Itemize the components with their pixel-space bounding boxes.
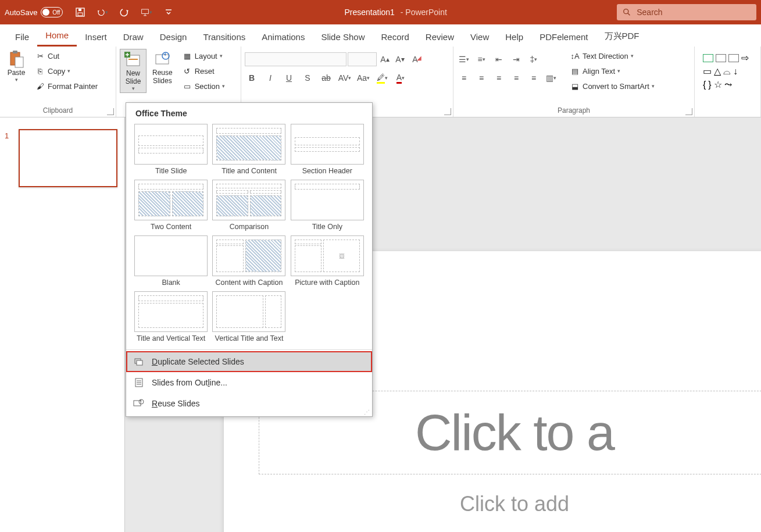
layout-two-content[interactable]: Two Content [134,180,208,231]
underline-icon[interactable]: U [282,71,296,85]
format-painter-button[interactable]: 🖌Format Painter [31,79,101,93]
highlight-icon[interactable]: 🖉▾ [375,71,389,85]
tab-animations[interactable]: Animations [253,27,313,47]
smartart-button[interactable]: ⬓Convert to SmartArt ▾ [566,79,658,93]
font-name-combo[interactable] [245,52,346,66]
autosave-toggle[interactable]: AutoSave Off [5,7,63,17]
copy-button[interactable]: ⎘Copy ▾ [31,64,101,78]
layout-button[interactable]: ▦Layout ▾ [178,49,228,63]
shape-icon[interactable] [728,54,739,62]
tab-view[interactable]: View [462,27,497,47]
tab-transitions[interactable]: Transitions [195,27,253,47]
toggle-switch[interactable]: Off [41,7,63,17]
layout-title-vertical-text[interactable]: Title and Vertical Text [134,291,208,342]
change-case-icon[interactable]: Aa▾ [356,71,370,85]
shape-icon[interactable] [716,54,726,62]
layout-blank[interactable]: Blank [134,235,208,287]
shape-line-icon[interactable]: ⌓ [723,66,731,77]
layout-comparison[interactable]: Comparison [212,180,285,231]
align-center-icon[interactable]: ≡ [474,71,488,85]
customize-qat-icon[interactable] [163,6,174,18]
tab-review[interactable]: Review [417,27,462,47]
redo-icon[interactable] [119,6,130,18]
font-color-icon[interactable]: A▾ [394,71,408,85]
italic-icon[interactable]: I [263,71,277,85]
shape-brace-icon[interactable]: } [708,80,711,90]
reuse-slides-item[interactable]: Reuse Slides [126,393,372,414]
search-input[interactable] [637,8,751,17]
distribute-icon[interactable]: ≡ [527,71,541,85]
bold-icon[interactable]: B [245,71,259,85]
increase-font-icon[interactable]: A▴ [378,52,392,66]
increase-indent-icon[interactable]: ⇥ [509,52,523,66]
decrease-font-icon[interactable]: A▾ [393,52,407,66]
new-slide-dropdown: Office Theme Title Slide Title and Conte… [126,102,373,417]
reset-button[interactable]: ↺Reset [178,64,228,78]
shape-tri-icon[interactable]: △ [714,66,721,77]
align-text-button[interactable]: ▤Align Text ▾ [566,64,658,78]
char-spacing-icon[interactable]: AV▾ [338,71,352,85]
duplicate-slides-item[interactable]: Duplicate Selected Slides [126,351,372,372]
resize-grip[interactable]: ⋰ [364,409,370,415]
shape-star-icon[interactable]: ☆ [714,79,722,90]
tab-file[interactable]: File [7,27,37,47]
clear-formatting-icon[interactable]: A◢ [408,52,422,66]
tab-slideshow[interactable]: Slide Show [313,27,373,47]
shape-connector-icon[interactable]: ⤳ [724,79,732,90]
tab-pdfelement[interactable]: PDFelement [531,27,596,47]
layout-title-slide[interactable]: Title Slide [134,124,208,175]
shape-arrow-icon[interactable]: ↓ [733,66,738,77]
layout-vertical-title-text[interactable]: Vertical Title and Text [212,291,285,342]
strikethrough-icon[interactable]: ab [319,71,333,85]
save-icon[interactable] [74,6,86,18]
numbering-icon[interactable]: ≡▾ [474,52,488,66]
text-direction-button[interactable]: ↕AText Direction ▾ [566,49,658,63]
layout-picture-caption[interactable]: 🖼Picture with Caption [291,235,364,287]
search-box[interactable] [617,4,756,20]
tab-record[interactable]: Record [373,27,417,47]
section-button[interactable]: ▭Section ▾ [178,79,228,93]
cut-button[interactable]: ✂Cut [31,49,101,63]
tab-wanxing[interactable]: 万兴PDF [596,26,648,47]
workspace: 1 Click to a Click to add [0,117,761,532]
shape-brace-icon[interactable]: { [703,80,706,90]
subtitle-placeholder[interactable]: Click to add [259,492,761,516]
slides-from-outline-item[interactable]: Slides from Outline... [126,372,372,393]
autosave-label: AutoSave [5,8,37,17]
justify-icon[interactable]: ≡ [509,71,523,85]
font-launcher[interactable] [444,108,451,115]
tab-insert[interactable]: Insert [77,27,115,47]
paste-button[interactable]: Paste▾ [3,49,29,84]
align-right-icon[interactable]: ≡ [492,71,506,85]
new-slide-button[interactable]: New Slide▾ [120,49,147,93]
tab-home[interactable]: Home [37,26,77,47]
clipboard-launcher[interactable] [107,108,114,115]
slide-thumbnails-panel[interactable]: 1 [0,117,125,532]
svg-rect-1 [78,13,83,16]
shape-rect-icon[interactable]: ▭ [703,66,712,77]
shape-arrow-icon[interactable]: ⇨ [741,52,749,63]
present-icon[interactable]: ▾ [141,6,152,18]
reuse-icon [133,398,145,409]
layout-title-only[interactable]: Title Only [291,180,364,231]
slide-thumbnail-1[interactable] [19,129,117,187]
layout-title-content[interactable]: Title and Content [212,124,285,175]
align-left-icon[interactable]: ≡ [457,71,471,85]
shape-textbox-icon[interactable] [703,54,713,62]
clipboard-group-label: Clipboard [3,105,112,116]
tab-help[interactable]: Help [497,27,531,47]
font-size-combo[interactable] [348,52,377,66]
tab-draw[interactable]: Draw [115,27,152,47]
undo-icon[interactable]: ▾ [97,6,108,18]
line-spacing-icon[interactable]: ‡▾ [527,52,541,66]
shadow-icon[interactable]: S [301,71,315,85]
layout-content-caption[interactable]: Content with Caption [212,235,285,287]
reuse-slides-button[interactable]: Reuse Slides [149,49,176,86]
paragraph-launcher[interactable] [685,108,692,115]
bullets-icon[interactable]: ☰▾ [457,52,471,66]
layout-section-header[interactable]: Section Header [291,124,364,175]
tab-design[interactable]: Design [152,27,195,47]
decrease-indent-icon[interactable]: ⇤ [492,52,506,66]
cut-icon: ✂ [35,51,45,61]
columns-icon[interactable]: ▥▾ [544,71,558,85]
